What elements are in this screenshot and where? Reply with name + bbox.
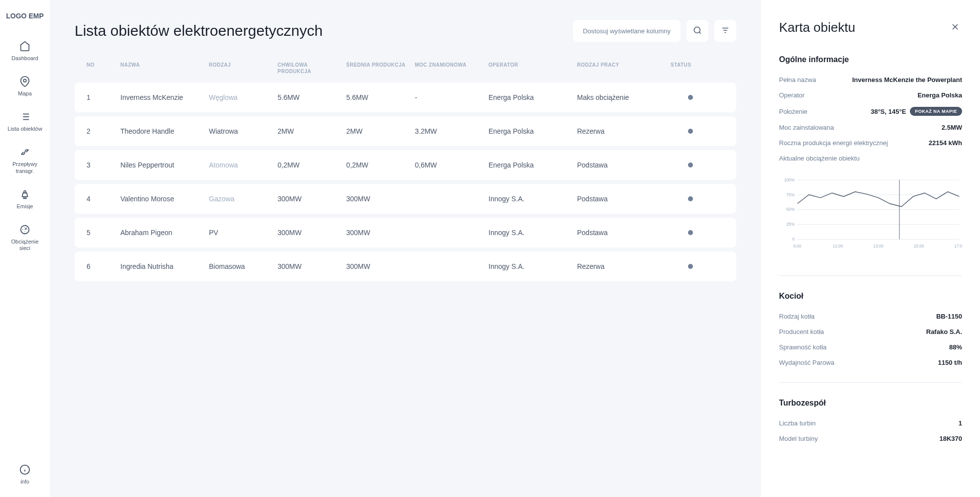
filter-icon <box>721 26 730 36</box>
td-rodzaj-pracy: Podstawa <box>577 229 667 237</box>
list-icon <box>19 111 31 123</box>
nav-label: Obciążenie sieci <box>5 239 45 251</box>
close-icon <box>950 26 960 33</box>
info-value: 22154 kWh <box>929 139 962 147</box>
td-chwilowa: 2MW <box>278 127 342 135</box>
td-chwilowa: 5.6MW <box>278 93 342 101</box>
section-general-title: Ogólne informacje <box>779 55 962 64</box>
info-label: Operator <box>779 91 804 99</box>
table-row[interactable]: 1 Inverness McKenzie Węglowa 5.6MW 5.6MW… <box>75 83 736 112</box>
nav-label: Dashboard <box>11 55 38 62</box>
svg-text:50%: 50% <box>786 207 795 212</box>
info-value: 88% <box>949 343 962 351</box>
nav-lista[interactable]: Lista obiektów <box>7 111 42 132</box>
td-status <box>671 129 710 134</box>
divider <box>779 382 962 383</box>
td-rodzaj: PV <box>209 229 274 237</box>
td-moc: 3.2MW <box>415 127 485 135</box>
info-value: 18K370 <box>939 435 962 442</box>
td-status <box>671 264 710 269</box>
nav-mapa[interactable]: Mapa <box>18 76 32 97</box>
nav-obciazenie[interactable]: Obciążenie sieci <box>5 224 45 251</box>
show-on-map-badge[interactable]: POKAŻ NA MAPIE <box>910 107 962 116</box>
td-rodzaj: Wiatrowa <box>209 127 274 135</box>
td-moc: - <box>415 93 485 101</box>
flows-icon <box>19 146 31 158</box>
table-row[interactable]: 4 Valentino Morose Gazowa 300MW 300MW In… <box>75 184 736 214</box>
info-label: Aktualne obciążenie obiektu <box>779 155 860 162</box>
nav-info[interactable]: info <box>19 464 31 485</box>
table-row[interactable]: 6 Ingredia Nutrisha Biomasowa 300MW 300M… <box>75 251 736 281</box>
nav-label: Mapa <box>18 90 32 97</box>
td-srednia: 300MW <box>346 262 411 270</box>
td-status <box>671 95 710 100</box>
nav-label: Lista obiektów <box>7 126 42 132</box>
header-actions: Dostosuj wyświetlane kolumny <box>573 20 736 42</box>
load-chart: 025%50%75%100%9:0011:0013:0015:0017:00 <box>779 174 962 255</box>
info-value: Inverness McKenzie the Powerplant <box>852 76 962 83</box>
td-no: 1 <box>87 93 116 101</box>
info-label: Położenie <box>779 108 807 115</box>
info-label: Sprawność kotła <box>779 343 826 351</box>
svg-point-11 <box>694 27 700 33</box>
close-button[interactable] <box>948 20 962 35</box>
info-value: 38°S, 145°E <box>871 108 906 115</box>
td-rodzaj-pracy: Rezerwa <box>577 127 667 135</box>
td-srednia: 0,2MW <box>346 161 411 169</box>
info-value: 2.5MW <box>942 124 962 131</box>
search-button[interactable] <box>686 20 708 42</box>
columns-button[interactable]: Dostosuj wyświetlane kolumny <box>573 20 681 42</box>
section-turbo-title: Turbozespół <box>779 399 962 408</box>
table-header: NO NAZWA RODZAJ CHWILOWA PRODUKCJA ŚREDN… <box>75 62 736 83</box>
th-status: STATUS <box>671 62 710 75</box>
table-row[interactable]: 2 Theodore Handle Wiatrowa 2MW 2MW 3.2MW… <box>75 116 736 146</box>
objects-table: NO NAZWA RODZAJ CHWILOWA PRODUKCJA ŚREDN… <box>75 62 736 281</box>
td-srednia: 2MW <box>346 127 411 135</box>
table-row[interactable]: 5 Abraham Pigeon PV 300MW 300MW Innogy S… <box>75 218 736 248</box>
th-moc: MOC ZNAMIONOWA <box>415 62 485 75</box>
nav-przeplywy[interactable]: Przepływy transgr. <box>5 146 45 174</box>
svg-text:13:00: 13:00 <box>873 244 883 248</box>
td-status <box>671 196 710 201</box>
td-status <box>671 230 710 235</box>
svg-text:100%: 100% <box>784 178 795 182</box>
table-row[interactable]: 3 Niles Peppertrout Atomowa 0,2MW 0,2MW … <box>75 150 736 180</box>
td-chwilowa: 0,2MW <box>278 161 342 169</box>
filter-button[interactable] <box>714 20 736 42</box>
th-chwilowa: CHWILOWA PRODUKCJA <box>278 62 342 75</box>
page-title: Lista obiektów elektroenergetycznych <box>75 22 323 39</box>
main-content: Lista obiektów elektroenergetycznych Dos… <box>50 0 761 497</box>
svg-line-12 <box>699 32 700 33</box>
info-label: Liczba turbin <box>779 419 816 427</box>
td-operator: Innogy S.A. <box>489 195 573 203</box>
nav-dashboard[interactable]: Dashboard <box>11 40 38 62</box>
svg-text:25%: 25% <box>786 222 795 227</box>
th-srednia: ŚREDNIA PRODUKCJA <box>346 62 411 75</box>
td-operator: Energa Polska <box>489 127 573 135</box>
td-rodzaj-pracy: Podstawa <box>577 195 667 203</box>
detail-title: Karta obiektu <box>779 20 855 35</box>
nav-label: Przepływy transgr. <box>5 161 45 174</box>
td-no: 3 <box>87 161 116 169</box>
info-icon <box>19 464 31 476</box>
td-rodzaj: Biomasowa <box>209 262 274 270</box>
info-value: Rafako S.A. <box>926 328 962 335</box>
divider <box>779 275 962 276</box>
status-dot-icon <box>688 163 693 167</box>
logo: LOGO EMP <box>6 12 43 20</box>
svg-text:0: 0 <box>792 237 795 242</box>
info-label: Model turbiny <box>779 435 818 442</box>
section-boiler-title: Kocioł <box>779 292 962 301</box>
status-dot-icon <box>688 264 693 269</box>
td-srednia: 300MW <box>346 195 411 203</box>
td-rodzaj: Węglowa <box>209 93 274 101</box>
nav-emisje[interactable]: Emisje <box>16 188 33 210</box>
sidebar: LOGO EMP Dashboard Mapa Lista obiektów P… <box>0 0 50 497</box>
status-dot-icon <box>688 95 693 100</box>
td-status <box>671 163 710 167</box>
info-value: 1 <box>959 419 962 427</box>
td-chwilowa: 300MW <box>278 262 342 270</box>
pin-icon <box>19 76 31 87</box>
info-label: Roczna produkcja energii elektrycznej <box>779 139 888 147</box>
td-rodzaj-pracy: Podstawa <box>577 161 667 169</box>
